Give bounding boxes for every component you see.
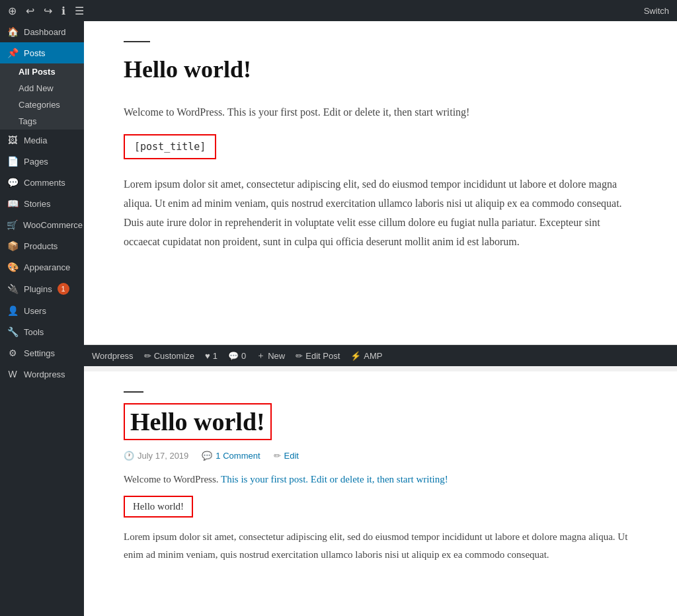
customize-icon: ✏ [144,351,151,361]
submenu-all-posts[interactable]: All Posts [0,63,84,80]
upper-post-title: Hello world! [124,56,637,83]
comments-count: 0 [241,351,246,361]
wordpress-icon: W [7,369,19,379]
bottom-bar: Wordpress ✏ Customize ♥ 1 💬 0 ＋ New ✏ Ed… [84,345,677,366]
appearance-icon: 🎨 [7,262,19,272]
pane-divider [84,366,677,371]
upper-post-body: Lorem ipsum dolor sit amet, consectetur … [124,175,637,251]
bottom-wordpress-label: Wordpress [92,351,134,361]
upper-post-title-tag: [post_title] [124,134,216,159]
bottom-new[interactable]: ＋ New [257,350,285,362]
sidebar-label-woocommerce: WooCommerce [23,220,83,230]
admin-bar-actions: ⊕ ↩ ↪ ℹ ☰ [8,5,84,17]
lower-divider [124,391,143,393]
sidebar-item-pages[interactable]: 📄 Pages [0,151,84,172]
menu-icon[interactable]: ☰ [75,5,84,17]
sidebar-item-comments[interactable]: 💬 Comments [0,172,84,193]
clock-icon: 🕐 [124,451,134,461]
add-icon[interactable]: ⊕ [8,5,17,17]
sidebar-label-stories: Stories [24,199,50,209]
products-icon: 📦 [7,241,19,251]
comment-link[interactable]: 1 Comment [216,451,260,461]
sidebar-item-wordpress[interactable]: W Wordpress [0,364,84,385]
sidebar-label-plugins: Plugins [24,284,52,294]
submenu-add-new[interactable]: Add New [0,80,84,96]
comments-bubble-icon: 💬 [228,351,239,361]
sidebar-label-appearance: Appearance [24,262,70,272]
sidebar: 🏠 Dashboard 📌 Posts All Posts Add New Ca… [0,21,84,616]
undo-icon[interactable]: ↩ [26,5,34,17]
post-date-value: July 17, 2019 [138,451,188,461]
amp-label: AMP [364,351,382,361]
post-meta: 🕐 July 17, 2019 💬 1 Comment ✏ Edit [124,451,637,461]
submenu-tags[interactable]: Tags [0,113,84,130]
post-comment-count: 💬 1 Comment [202,451,260,461]
submenu-categories[interactable]: Categories [0,96,84,113]
pages-icon: 📄 [7,156,19,167]
sidebar-label-tools: Tools [24,327,44,337]
sidebar-label-pages: Pages [24,157,48,167]
lower-post-body: Lorem ipsum dolor sit amet, consectetur … [124,528,637,564]
lower-pane: Hello world! 🕐 July 17, 2019 💬 1 Comment… [84,371,677,616]
bottom-amp[interactable]: ⚡ AMP [350,351,382,361]
post-edit-link: ✏ Edit [274,451,299,461]
sidebar-item-woocommerce[interactable]: 🛒 WooCommerce [0,214,84,235]
sidebar-item-dashboard[interactable]: 🏠 Dashboard [0,21,84,42]
sidebar-label-comments: Comments [24,178,65,188]
comment-icon: 💬 [202,451,212,461]
new-label: New [268,351,285,361]
content-area: Hello world! Welcome to WordPress. This … [84,21,677,616]
tools-icon: 🔧 [7,327,19,337]
sidebar-item-appearance[interactable]: 🎨 Appearance [0,256,84,278]
sidebar-item-media[interactable]: 🖼 Media [0,130,84,151]
redo-icon[interactable]: ↪ [44,5,52,17]
plugins-badge: 1 [58,283,69,295]
settings-icon: ⚙ [7,348,19,358]
sidebar-label-products: Products [24,241,58,251]
lower-title-wrapper: Hello world! [124,403,272,440]
likes-count: 1 [213,351,218,361]
info-icon[interactable]: ℹ [61,5,65,17]
sidebar-item-stories[interactable]: 📖 Stories [0,193,84,214]
users-icon: 👤 [7,305,19,316]
sidebar-item-plugins[interactable]: 🔌 Plugins 1 [0,278,84,300]
stories-icon: 📖 [7,198,19,209]
edit-icon: ✏ [296,351,303,361]
sidebar-item-settings[interactable]: ⚙ Settings [0,342,84,364]
bottom-comments[interactable]: 💬 0 [228,351,246,361]
media-icon: 🖼 [7,135,19,145]
bottom-likes[interactable]: ♥ 1 [205,351,218,361]
sidebar-label-posts: Posts [24,48,46,58]
welcome-link[interactable]: This is your first post. Edit or delete … [221,474,448,484]
edit-link[interactable]: Edit [284,451,299,461]
sidebar-item-products[interactable]: 📦 Products [0,235,84,256]
switch-button[interactable]: Switch [644,6,669,16]
bottom-edit-post[interactable]: ✏ Edit Post [296,351,340,361]
upper-divider [124,41,150,42]
upper-pane: Hello world! Welcome to WordPress. This … [84,21,677,345]
edit-pencil-icon: ✏ [274,451,281,461]
lower-title-tag: Hello world! [124,496,193,518]
main-wrapper: 🏠 Dashboard 📌 Posts All Posts Add New Ca… [0,21,677,616]
sidebar-label-users: Users [24,306,46,316]
posts-submenu: All Posts Add New Categories Tags [0,63,84,130]
likes-icon: ♥ [205,351,210,361]
bottom-wordpress[interactable]: Wordpress [92,351,134,361]
sidebar-item-users[interactable]: 👤 Users [0,300,84,321]
bottom-customize[interactable]: ✏ Customize [144,351,194,361]
admin-top-bar: ⊕ ↩ ↪ ℹ ☰ Switch [0,0,677,21]
posts-icon: 📌 [7,48,19,58]
lower-welcome: Welcome to WordPress. This is your first… [124,474,637,485]
lower-post-title: Hello world! [125,404,270,439]
upper-post-excerpt: Welcome to WordPress. This is your first… [124,103,637,121]
customize-label: Customize [154,351,194,361]
welcome-text: Welcome to WordPress. [124,474,219,484]
sidebar-item-posts[interactable]: 📌 Posts [0,42,84,63]
sidebar-label-dashboard: Dashboard [24,27,66,37]
amp-icon: ⚡ [350,351,361,361]
comments-icon: 💬 [7,177,19,188]
sidebar-item-tools[interactable]: 🔧 Tools [0,321,84,342]
sidebar-label-settings: Settings [24,348,55,358]
sidebar-label-media: Media [24,135,47,145]
plus-bottom-icon: ＋ [257,350,265,362]
